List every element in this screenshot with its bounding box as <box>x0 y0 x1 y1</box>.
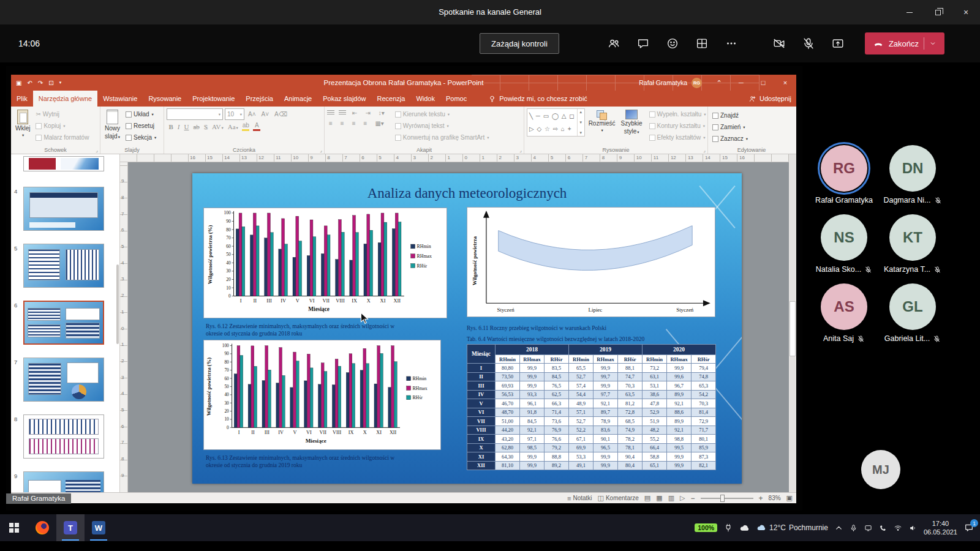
ribbon-tab[interactable]: Animacje <box>279 91 317 107</box>
taskbar-firefox-button[interactable] <box>28 514 56 541</box>
ribbon-tab[interactable]: Narzędzia główne <box>33 91 97 107</box>
request-control-button[interactable]: Zażądaj kontroli <box>480 33 559 54</box>
font-name-select[interactable]: ▾ <box>167 108 223 120</box>
zoom-in-button[interactable]: + <box>759 494 763 503</box>
action-center-button[interactable]: 1 <box>964 523 974 533</box>
camera-off-button[interactable] <box>764 31 794 56</box>
fit-to-window-icon[interactable]: ▣ <box>786 494 793 502</box>
reading-view-icon[interactable]: ▥ <box>668 494 674 502</box>
drawing-dialog-launcher[interactable]: ⌟ <box>703 148 706 153</box>
text-direction-button[interactable]: Kierunek tekstu▾ <box>393 108 491 120</box>
tray-display-icon[interactable] <box>864 524 872 532</box>
cut-button[interactable]: ✂Wytnij <box>34 108 91 120</box>
ribbon-tab[interactable]: Widok <box>410 91 440 107</box>
paste-button[interactable]: Wklej▾ <box>13 108 32 139</box>
ribbon-tab[interactable]: Przejścia <box>240 91 279 107</box>
participant-tile[interactable]: KTKatarzyna T... <box>884 214 941 283</box>
tray-network-icon[interactable] <box>894 524 902 532</box>
minimize-button[interactable] <box>895 0 924 24</box>
user-avatar[interactable]: RG <box>692 78 702 88</box>
tray-expand-chevron-icon[interactable] <box>835 524 843 532</box>
end-call-button[interactable]: Zakończ <box>865 32 944 54</box>
ribbon-tab[interactable]: Pomoc <box>440 91 472 107</box>
justify-icon[interactable]: ≡ <box>362 120 369 127</box>
font-style-button[interactable]: ab <box>191 123 202 130</box>
line-spacing-icon[interactable]: ↕▾ <box>377 110 386 116</box>
font-style-button[interactable]: I <box>175 123 182 130</box>
find-button[interactable]: Znajdź <box>710 110 793 121</box>
ppt-restore-button[interactable]: □ <box>752 75 774 91</box>
align-left-icon[interactable]: ≡ <box>327 120 334 127</box>
thumbnail-scrollbar[interactable] <box>116 264 119 344</box>
font-size-select[interactable]: 10▾ <box>225 108 244 120</box>
reactions-button[interactable] <box>658 31 687 56</box>
battery-indicator[interactable]: 100% <box>695 523 717 532</box>
shapes-gallery-scroll[interactable]: ▲▼▼ <box>577 109 584 136</box>
copy-button[interactable]: Kopiuj▾ <box>34 120 91 132</box>
share-button[interactable]: Udostępnij <box>748 91 791 107</box>
columns-icon[interactable]: ▦▾ <box>373 120 385 127</box>
reset-button[interactable]: Resetuj <box>124 120 158 132</box>
font-style-button[interactable]: AV▾ <box>209 123 225 130</box>
participant-tile[interactable]: MJ <box>861 450 900 489</box>
ppt-close-button[interactable]: × <box>774 75 796 91</box>
slide-thumbnail[interactable] <box>23 187 104 231</box>
share-screen-button[interactable] <box>823 31 853 56</box>
ribbon-display-options-button[interactable]: ⌃ <box>708 75 730 91</box>
select-button[interactable]: Zaznacz▾ <box>710 133 793 144</box>
mic-off-button[interactable] <box>794 31 823 56</box>
taskbar-clock[interactable]: 17:40 06.05.2021 <box>924 519 957 537</box>
participant-tile[interactable]: ASAnita Saj <box>821 283 867 353</box>
ribbon-tab[interactable]: Pokaz slajdów <box>317 91 371 107</box>
font-style-button[interactable]: Aa▾ <box>225 123 240 130</box>
taskbar-word-button[interactable]: W <box>85 514 113 541</box>
zoom-slider[interactable] <box>701 498 753 499</box>
increase-indent-icon[interactable]: ⇥ <box>363 110 372 116</box>
ribbon-tab[interactable]: Plik <box>11 91 33 107</box>
align-text-button[interactable]: Wyrównaj tekst▾ <box>393 120 491 132</box>
slide-sorter-view-icon[interactable]: ▦ <box>656 494 662 502</box>
ppt-minimize-button[interactable]: ─ <box>730 75 752 91</box>
ribbon-tab[interactable]: Projektowanie <box>187 91 240 107</box>
ribbon-tab[interactable]: Recenzja <box>372 91 411 107</box>
weather-widget[interactable]: 12°C Pochmurnie <box>756 523 828 532</box>
paragraph-dialog-launcher[interactable]: ⌟ <box>519 148 522 153</box>
tray-volume-icon[interactable] <box>909 524 917 532</box>
convert-smartart-button[interactable]: Konwertuj na grafikę SmartArt▾ <box>393 132 491 143</box>
shapes-gallery[interactable]: ╲ ─ ▭ ◯ △ ◻ ▷ ◇ ☆ ⇨ ⌂ + ▲▼▼ <box>527 108 585 137</box>
highlight-color-button[interactable]: ab <box>240 122 251 131</box>
format-painter-button[interactable]: Malarz formatów <box>34 132 91 143</box>
notes-toggle[interactable]: ≡Notatki <box>567 495 592 502</box>
shape-effects-button[interactable]: Efekty kształtów▾ <box>647 132 708 143</box>
decrease-indent-icon[interactable]: ⇤ <box>350 110 359 116</box>
participants-button[interactable] <box>599 31 628 56</box>
arrange-button[interactable]: Rozmieść▾ <box>587 108 617 134</box>
align-right-icon[interactable]: ≡ <box>350 120 358 127</box>
clear-formatting-icon[interactable]: A⌫ <box>273 111 289 118</box>
replace-button[interactable]: Zamień▾ <box>710 121 793 133</box>
font-style-button[interactable]: B <box>167 123 175 130</box>
participant-tile[interactable]: NSNatalia Sko... <box>816 214 872 283</box>
tray-mic-icon[interactable] <box>850 524 858 532</box>
increase-font-icon[interactable]: A˄ <box>246 111 258 118</box>
slide-thumbnail[interactable] <box>23 414 104 459</box>
font-color-button[interactable]: A <box>251 122 262 131</box>
clipboard-dialog-launcher[interactable]: ⌟ <box>96 148 98 153</box>
slide-thumbnail[interactable] <box>23 301 104 345</box>
quick-styles-button[interactable]: Szybkie style▾ <box>619 108 644 137</box>
participant-tile[interactable]: DNDagmara Ni... <box>883 145 941 214</box>
ribbon-tab[interactable]: Rysowanie <box>143 91 187 107</box>
layout-button[interactable]: Układ▾ <box>124 108 158 120</box>
onedrive-cloud-icon[interactable] <box>739 524 750 532</box>
slide-thumbnail[interactable] <box>23 244 104 288</box>
tray-phone-icon[interactable] <box>879 524 887 532</box>
slide-canvas[interactable]: Analiza danych meteorologicznych 0102030… <box>192 173 742 484</box>
more-options-button[interactable] <box>717 31 746 56</box>
bullets-icon[interactable] <box>327 110 334 116</box>
restore-button[interactable] <box>924 0 952 24</box>
chat-button[interactable] <box>628 31 658 56</box>
decrease-font-icon[interactable]: A˅ <box>260 111 271 118</box>
zoom-out-button[interactable]: − <box>691 494 695 503</box>
shape-fill-button[interactable]: Wypełn. kształtu▾ <box>647 108 708 120</box>
participant-tile[interactable]: GLGabriela Lit... <box>884 283 941 353</box>
